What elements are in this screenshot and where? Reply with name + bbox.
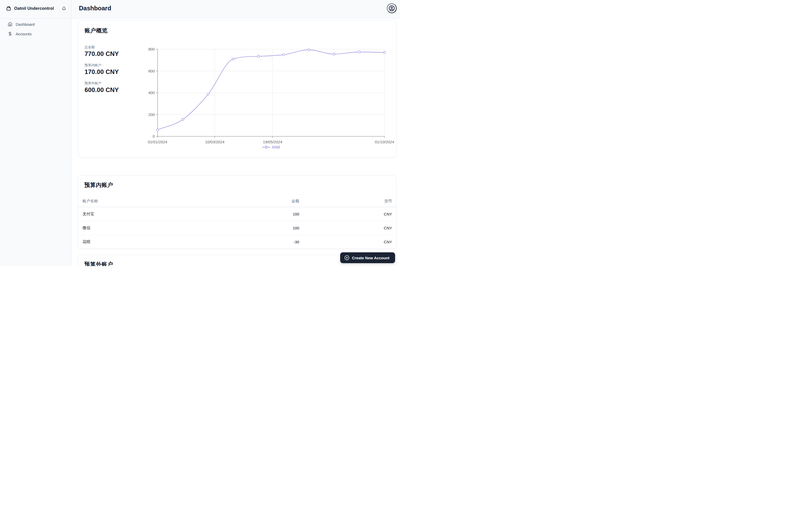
accounts-table: 账户名称 金额 货币 支付宝 100 CNY 微信: [78, 196, 396, 249]
column-header-amount: 金额: [222, 199, 299, 204]
brand-bar: Oatnil Undercontrol: [0, 0, 71, 19]
svg-text:10/03/2024: 10/03/2024: [205, 140, 224, 144]
currency-cell: CNY: [299, 212, 392, 216]
sidebar-item-label: Accounts: [16, 32, 32, 36]
stat-value: 770.00 CNY: [85, 50, 149, 57]
stat-in-budget: 预算内账户 170.00 CNY: [85, 63, 149, 76]
table-row[interactable]: 支付宝 100 CNY: [78, 207, 396, 221]
stat-label: 预算内账户: [85, 63, 149, 68]
account-name-cell: 花呗: [82, 240, 222, 244]
box-logo-icon: [6, 5, 12, 11]
stat-label: 预算外账户: [85, 81, 149, 86]
svg-text:01/10/2024: 01/10/2024: [375, 140, 394, 144]
bell-icon: [62, 6, 66, 11]
user-circle-icon: [389, 5, 395, 11]
sidebar-item-label: Dashboard: [16, 22, 35, 26]
line-chart-canvas: 020040060080001/01/202410/03/202419/05/2…: [144, 46, 397, 152]
app-window: Oatnil Undercontrol Dashboard: [0, 0, 400, 266]
stat-label: 总金额: [85, 45, 149, 50]
total-line-chart: 020040060080001/01/202410/03/202419/05/2…: [144, 46, 397, 152]
account-name-cell: 支付宝: [82, 212, 222, 216]
user-menu-button[interactable]: [387, 3, 397, 13]
amount-cell: 100: [222, 212, 299, 216]
amount-cell: -30: [222, 240, 299, 244]
svg-text:01/01/2024: 01/01/2024: [148, 140, 167, 144]
account-name-cell: 微信: [82, 226, 222, 230]
stat-value: 600.00 CNY: [85, 86, 149, 94]
column-header-account-name: 账户名称: [82, 199, 222, 204]
svg-text:600: 600: [148, 69, 155, 73]
legend-label: total: [272, 145, 280, 150]
table-row[interactable]: 微信 100 CNY: [78, 221, 396, 235]
brand-title: Oatnil Undercontrol: [14, 6, 54, 11]
svg-text:19/05/2024: 19/05/2024: [263, 140, 282, 144]
sidebar: Dashboard Accounts: [0, 19, 71, 266]
amount-cell: 100: [222, 226, 299, 230]
in-budget-accounts-card: 预算内账户 账户名称 金额 货币 支付宝 100 CNY: [78, 175, 397, 249]
page-title: Dashboard: [79, 5, 111, 12]
svg-text:800: 800: [148, 47, 155, 51]
main-content: 账户概览 总金额 770.00 CNY 预算内账户 170.00 CNY 预算外…: [71, 19, 400, 266]
notifications-button[interactable]: [60, 4, 68, 13]
plus-circle-icon: [344, 255, 350, 260]
create-button-label: Create New Account: [352, 256, 389, 260]
create-new-account-button[interactable]: Create New Account: [340, 252, 395, 263]
table-header-row: 账户名称 金额 货币: [78, 196, 396, 207]
dollar-icon: [8, 32, 12, 36]
svg-text:200: 200: [148, 112, 155, 117]
sidebar-item-accounts[interactable]: Accounts: [5, 30, 69, 38]
house-icon: [8, 22, 12, 26]
legend-line-icon: [262, 145, 270, 149]
page-header: Dashboard: [71, 0, 400, 19]
stat-total: 总金额 770.00 CNY: [85, 45, 149, 57]
table-row[interactable]: 花呗 -30 CNY: [78, 235, 396, 249]
overview-stats: 总金额 770.00 CNY 预算内账户 170.00 CNY 预算外账户 60…: [85, 45, 149, 94]
column-header-currency: 货币: [299, 199, 392, 204]
table-body: 支付宝 100 CNY 微信 100 CNY 花呗 -30 CNY: [78, 207, 396, 249]
currency-cell: CNY: [299, 240, 392, 244]
sidebar-item-dashboard[interactable]: Dashboard: [5, 20, 69, 28]
chart-legend: total: [157, 145, 385, 150]
svg-text:0: 0: [153, 134, 155, 138]
svg-text:400: 400: [148, 91, 155, 95]
stat-outside-budget: 预算外账户 600.00 CNY: [85, 81, 149, 94]
in-budget-card-title: 预算内账户: [84, 181, 390, 189]
account-overview-card: 账户概览 总金额 770.00 CNY 预算内账户 170.00 CNY 预算外…: [78, 20, 397, 158]
overview-card-title: 账户概览: [85, 27, 396, 35]
stat-value: 170.00 CNY: [85, 68, 149, 76]
currency-cell: CNY: [299, 226, 392, 230]
